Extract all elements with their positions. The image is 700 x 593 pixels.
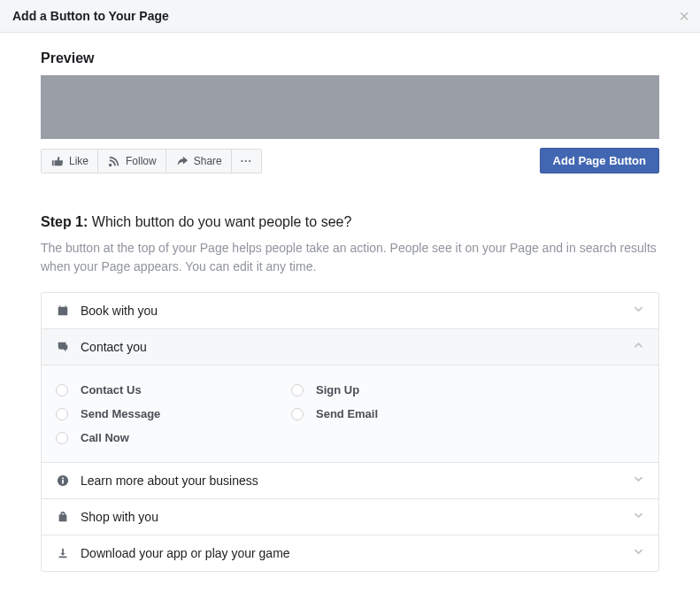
preview-heading: Preview: [41, 50, 659, 66]
option-send-email[interactable]: Send Email: [291, 402, 527, 426]
chevron-down-icon: [633, 474, 644, 488]
page-action-group: Like Follow Share ···: [41, 149, 262, 173]
option-sign-up[interactable]: Sign Up: [291, 378, 527, 402]
add-page-button[interactable]: Add Page Button: [540, 148, 659, 173]
section-book-label: Book with you: [81, 304, 622, 318]
option-contact-us[interactable]: Contact Us: [56, 378, 291, 402]
ellipsis-icon: ···: [241, 155, 252, 167]
chat-icon: [56, 341, 70, 353]
bag-icon: [56, 511, 70, 523]
chevron-down-icon: [633, 546, 644, 560]
radio-icon: [291, 408, 304, 420]
chevron-up-icon: [633, 340, 644, 354]
calendar-icon: [56, 304, 70, 317]
download-icon: [56, 547, 70, 559]
modal-content: Preview Like Follow Share ···: [0, 33, 700, 593]
option-send-message[interactable]: Send Message: [56, 402, 291, 426]
more-button[interactable]: ···: [232, 150, 261, 173]
chevron-down-icon: [633, 304, 644, 318]
option-contact-us-label: Contact Us: [81, 383, 142, 397]
option-call-now-label: Call Now: [81, 431, 129, 444]
section-shop[interactable]: Shop with you: [42, 499, 658, 535]
cover-image-placeholder: [41, 75, 659, 139]
section-shop-label: Shop with you: [81, 510, 622, 524]
option-sign-up-label: Sign Up: [316, 383, 359, 397]
contact-options-panel: Contact Us Sign Up Send Message Send Ema…: [42, 366, 658, 463]
share-icon: [175, 155, 189, 167]
follow-label: Follow: [126, 155, 157, 167]
radio-icon: [291, 384, 304, 397]
radio-icon: [56, 432, 68, 444]
section-contact-label: Contact you: [81, 340, 622, 354]
option-send-email-label: Send Email: [316, 407, 378, 420]
section-contact[interactable]: Contact you: [42, 329, 658, 366]
modal-title: Add a Button to Your Page: [12, 9, 688, 23]
radio-icon: [56, 384, 68, 397]
step-label: Step 1:: [41, 214, 88, 229]
close-icon[interactable]: ×: [679, 7, 689, 25]
section-download[interactable]: Download your app or play your game: [42, 535, 658, 571]
modal-header: Add a Button to Your Page ×: [0, 0, 700, 33]
info-icon: [56, 474, 70, 487]
step-description: The button at the top of your Page helps…: [41, 239, 659, 276]
section-book[interactable]: Book with you: [42, 293, 658, 329]
option-call-now[interactable]: Call Now: [56, 426, 291, 450]
page-actions-bar: Like Follow Share ··· Add Page Button: [41, 148, 659, 173]
section-learn-label: Learn more about your business: [81, 474, 622, 488]
section-learn[interactable]: Learn more about your business: [42, 463, 658, 499]
step-heading: Step 1: Which button do you want people …: [41, 214, 659, 230]
like-button[interactable]: Like: [42, 150, 98, 173]
share-label: Share: [194, 155, 222, 167]
follow-button[interactable]: Follow: [98, 150, 166, 173]
option-send-message-label: Send Message: [81, 407, 160, 420]
radio-icon: [56, 408, 68, 420]
thumbs-up-icon: [50, 155, 65, 167]
like-label: Like: [69, 155, 88, 167]
step-question: Which button do you want people to see?: [92, 214, 352, 229]
button-type-accordion: Book with you Contact you Contact Us Sig…: [41, 292, 659, 572]
svg-rect-1: [62, 480, 64, 483]
section-download-label: Download your app or play your game: [81, 546, 622, 560]
svg-rect-2: [62, 478, 64, 480]
rss-icon: [107, 155, 121, 167]
share-button[interactable]: Share: [166, 150, 232, 173]
chevron-down-icon: [633, 510, 644, 524]
